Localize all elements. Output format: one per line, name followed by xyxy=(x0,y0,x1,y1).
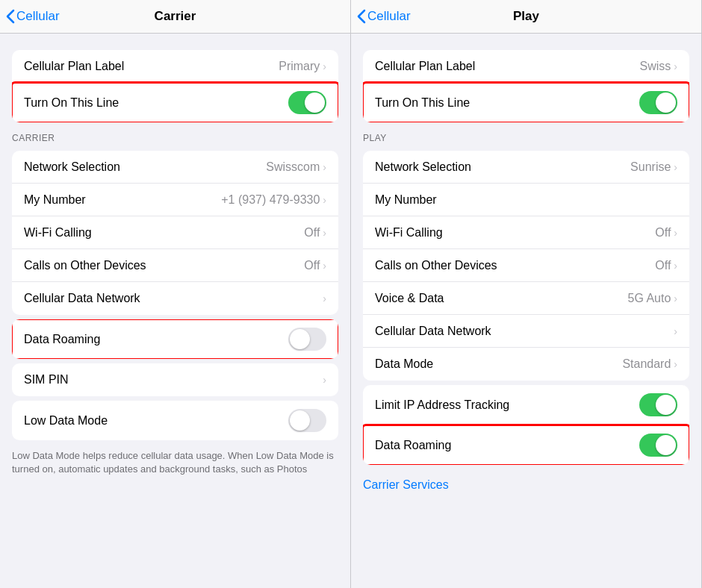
right-calls-other-devices-row[interactable]: Calls on Other Devices Off › xyxy=(363,249,689,282)
left-low-data-toggle-thumb xyxy=(290,410,310,431)
left-network-selection-chevron: › xyxy=(323,161,326,173)
left-carrier-group: Network Selection Swisscom › My Number +… xyxy=(12,151,338,315)
left-data-roaming-label: Data Roaming xyxy=(24,333,100,346)
right-data-mode-row[interactable]: Data Mode Standard › xyxy=(363,348,689,381)
right-limit-ip-toggle[interactable] xyxy=(639,393,677,416)
left-my-number-chevron: › xyxy=(323,194,326,206)
right-panel-content: Cellular Plan Label Swiss › Turn On This… xyxy=(351,34,701,588)
right-limit-ip-row[interactable]: Limit IP Address Tracking xyxy=(363,385,689,425)
left-turn-on-row[interactable]: Turn On This Line xyxy=(12,83,338,122)
left-turn-on-toggle[interactable] xyxy=(288,91,326,114)
left-back-label: Cellular xyxy=(16,9,60,24)
left-cellular-data-network-label: Cellular Data Network xyxy=(24,292,140,305)
right-panel: Cellular Play Cellular Plan Label Swiss … xyxy=(351,0,702,588)
right-calls-other-devices-value: Off › xyxy=(655,259,677,272)
right-cellular-plan-row[interactable]: Cellular Plan Label Swiss › xyxy=(363,50,689,83)
right-data-mode-chevron: › xyxy=(674,358,677,370)
left-calls-other-devices-row[interactable]: Calls on Other Devices Off › xyxy=(12,249,338,282)
right-turn-on-toggle-thumb xyxy=(656,93,676,113)
left-my-number-value: +1 (937) 479-9330 › xyxy=(221,193,326,207)
left-cellular-data-network-row[interactable]: Cellular Data Network › xyxy=(12,282,338,315)
left-turn-on-label: Turn On This Line xyxy=(24,96,119,110)
left-sim-pin-chevron: › xyxy=(323,374,326,386)
right-play-group: Network Selection Sunrise › My Number Wi… xyxy=(363,151,689,381)
left-low-data-toggle[interactable] xyxy=(288,409,326,432)
left-sim-pin-group: SIM PIN › xyxy=(12,363,338,396)
right-cellular-data-chevron: › xyxy=(674,325,677,337)
right-voice-data-row[interactable]: Voice & Data 5G Auto › xyxy=(363,282,689,315)
right-data-mode-value: Standard › xyxy=(622,357,677,371)
left-data-roaming-toggle[interactable] xyxy=(288,328,326,351)
right-cellular-plan-chevron: › xyxy=(674,60,677,72)
left-panel-content: Cellular Plan Label Primary › Turn On Th… xyxy=(0,34,350,588)
left-network-selection-row[interactable]: Network Selection Swisscom › xyxy=(12,151,338,184)
carrier-services-link[interactable]: Carrier Services xyxy=(351,469,701,501)
left-my-number-row[interactable]: My Number +1 (937) 479-9330 › xyxy=(12,184,338,216)
left-cellular-plan-value: Primary › xyxy=(279,60,326,73)
right-my-number-label: My Number xyxy=(375,193,437,207)
right-voice-data-chevron: › xyxy=(674,293,677,304)
right-data-roaming-toggle-thumb xyxy=(656,435,676,455)
left-cellular-data-chevron: › xyxy=(323,293,326,304)
left-low-data-label: Low Data Mode xyxy=(24,414,108,428)
right-turn-on-toggle[interactable] xyxy=(639,91,677,114)
left-wifi-calling-chevron: › xyxy=(323,227,326,239)
right-wifi-calling-row[interactable]: Wi-Fi Calling Off › xyxy=(363,216,689,249)
right-nav-header: Cellular Play xyxy=(351,0,701,34)
left-wifi-calling-row[interactable]: Wi-Fi Calling Off › xyxy=(12,216,338,249)
left-nav-header: Cellular Carrier xyxy=(0,0,350,34)
right-calls-other-devices-label: Calls on Other Devices xyxy=(375,259,497,272)
left-cellular-plan-chevron: › xyxy=(323,60,326,72)
left-my-number-label: My Number xyxy=(24,193,86,207)
left-nav-title: Carrier xyxy=(155,9,196,24)
right-turn-on-row[interactable]: Turn On This Line xyxy=(363,83,689,122)
left-wifi-calling-label: Wi-Fi Calling xyxy=(24,226,92,240)
right-voice-data-label: Voice & Data xyxy=(375,292,444,305)
left-data-roaming-row[interactable]: Data Roaming xyxy=(12,319,338,359)
left-sim-pin-row[interactable]: SIM PIN › xyxy=(12,363,338,396)
left-back-button[interactable]: Cellular xyxy=(6,9,60,24)
right-network-selection-row[interactable]: Network Selection Sunrise › xyxy=(363,151,689,184)
right-network-selection-label: Network Selection xyxy=(375,160,471,174)
left-panel: Cellular Carrier Cellular Plan Label Pri… xyxy=(0,0,351,588)
right-wifi-calling-chevron: › xyxy=(674,227,677,239)
left-low-data-description: Low Data Mode helps reduce cellular data… xyxy=(0,445,350,485)
right-turn-on-label: Turn On This Line xyxy=(375,96,470,110)
right-top-group: Cellular Plan Label Swiss › Turn On This… xyxy=(363,50,689,122)
right-wifi-calling-label: Wi-Fi Calling xyxy=(375,226,443,240)
right-bottom-group: Limit IP Address Tracking Data Roaming xyxy=(363,385,689,465)
right-cellular-data-network-value: › xyxy=(674,325,677,337)
right-data-roaming-row[interactable]: Data Roaming xyxy=(363,425,689,465)
right-cellular-plan-label: Cellular Plan Label xyxy=(375,60,475,73)
left-calls-other-devices-label: Calls on Other Devices xyxy=(24,259,146,272)
left-wifi-calling-value: Off › xyxy=(304,226,326,240)
right-data-roaming-toggle[interactable] xyxy=(639,434,677,457)
left-carrier-section-label: CARRIER xyxy=(0,128,350,146)
left-sim-pin-value: › xyxy=(323,374,326,386)
left-cellular-plan-row[interactable]: Cellular Plan Label Primary › xyxy=(12,50,338,83)
left-calls-other-devices-value: Off › xyxy=(304,259,326,272)
left-top-group: Cellular Plan Label Primary › Turn On Th… xyxy=(12,50,338,122)
right-data-mode-label: Data Mode xyxy=(375,357,433,371)
left-data-roaming-group: Data Roaming xyxy=(12,319,338,359)
left-cellular-plan-label: Cellular Plan Label xyxy=(24,60,124,73)
right-network-selection-value: Sunrise › xyxy=(630,160,677,174)
right-cellular-data-network-label: Cellular Data Network xyxy=(375,325,491,338)
left-calls-other-devices-chevron: › xyxy=(323,260,326,272)
right-wifi-calling-value: Off › xyxy=(655,226,677,240)
right-cellular-plan-value: Swiss › xyxy=(640,60,677,73)
right-cellular-data-network-row[interactable]: Cellular Data Network › xyxy=(363,315,689,348)
right-nav-title: Play xyxy=(513,9,539,24)
left-low-data-group: Low Data Mode xyxy=(12,401,338,440)
left-network-selection-value: Swisscom › xyxy=(266,160,326,174)
left-cellular-data-network-value: › xyxy=(323,293,326,304)
left-sim-pin-label: SIM PIN xyxy=(24,373,69,387)
right-back-button[interactable]: Cellular xyxy=(357,9,411,24)
left-data-roaming-toggle-thumb xyxy=(290,329,310,349)
right-network-selection-chevron: › xyxy=(674,161,677,173)
right-limit-ip-label: Limit IP Address Tracking xyxy=(375,398,509,412)
right-play-section-label: PLAY xyxy=(351,128,701,146)
left-low-data-row[interactable]: Low Data Mode xyxy=(12,401,338,440)
left-network-selection-label: Network Selection xyxy=(24,160,120,174)
right-my-number-row[interactable]: My Number xyxy=(363,184,689,216)
